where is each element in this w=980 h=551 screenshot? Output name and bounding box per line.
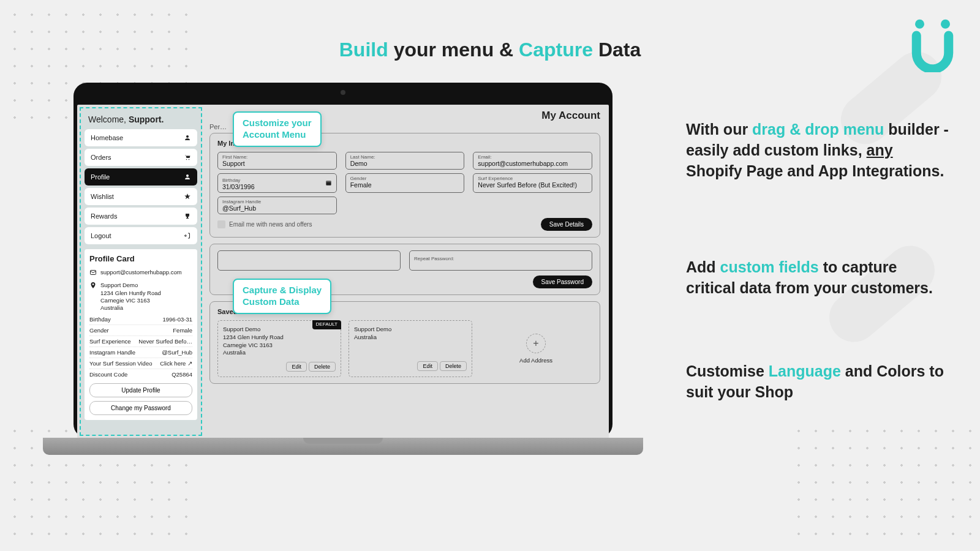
welcome-text: Welcome, Support. xyxy=(85,112,197,129)
address-card: DEFAULT Support Demo 1234 Glen Huntly Ro… xyxy=(217,320,341,377)
save-password-button[interactable]: Save Password xyxy=(533,276,592,288)
sidebar-item-homebase[interactable]: Homebase xyxy=(85,129,197,146)
user-icon xyxy=(184,134,191,141)
sidebar-item-label: Profile xyxy=(91,173,110,181)
profile-addr-line: Australia xyxy=(100,304,161,312)
change-password-button[interactable]: Change my Password xyxy=(89,401,192,415)
profile-card: Profile Card support@customerhubapp.com … xyxy=(85,249,197,420)
page-title: Build your menu & Capture Data xyxy=(0,39,980,61)
profile-email: support@customerhubapp.com xyxy=(100,269,182,276)
svg-point-3 xyxy=(186,159,187,160)
sidebar-item-label: Orders xyxy=(91,154,111,161)
repeat-password-field[interactable]: Repeat Password: xyxy=(409,250,592,271)
profile-field-row: Surf ExperienceNever Surfed Befo… xyxy=(89,336,192,347)
profile-field-row: Your Surf Session VideoClick here ↗ xyxy=(89,358,192,369)
sidebar: Welcome, Support. Homebase Orders Profil… xyxy=(80,107,202,436)
sidebar-item-label: Homebase xyxy=(91,134,123,141)
newsletter-checkbox[interactable]: Email me with news and offers xyxy=(217,220,312,228)
callout-capture-data: Capture & DisplayCustom Data xyxy=(233,279,331,314)
email-field[interactable]: Email:support@customerhubapp.com xyxy=(473,152,592,170)
save-details-button[interactable]: Save Details xyxy=(541,218,592,231)
star-icon xyxy=(184,193,191,200)
sidebar-item-rewards[interactable]: Rewards xyxy=(85,208,197,225)
svg-point-4 xyxy=(189,159,190,160)
last-name-field[interactable]: Last Name:Demo xyxy=(345,152,465,170)
trophy-icon xyxy=(184,212,191,220)
profile-field-row: Discount CodeQ25864 xyxy=(89,369,192,380)
profile-addr-line: Carnegie VIC 3163 xyxy=(100,297,161,304)
edit-address-button[interactable]: Edit xyxy=(417,361,438,371)
svg-rect-8 xyxy=(326,181,331,182)
svg-point-0 xyxy=(915,20,924,29)
mail-icon xyxy=(89,269,97,278)
sidebar-item-wishlist[interactable]: Wishlist xyxy=(85,188,197,205)
svg-point-5 xyxy=(186,174,189,177)
svg-point-1 xyxy=(941,20,950,29)
birthday-field[interactable]: Birthday31/03/1996 xyxy=(217,173,337,193)
location-icon xyxy=(89,282,97,291)
sidebar-item-logout[interactable]: Logout xyxy=(85,227,197,244)
marketing-text-1: With our drag & drop menu builder - easi… xyxy=(686,119,949,181)
marketing-text-3: Customise Language and Colors to suit yo… xyxy=(686,361,949,403)
camera-icon xyxy=(341,90,345,95)
bg-dots-bottom-right xyxy=(790,422,974,545)
gender-field[interactable]: GenderFemale xyxy=(345,173,465,193)
sidebar-item-label: Wishlist xyxy=(91,193,114,200)
main-content: My Account Per… My Information First Nam… xyxy=(205,105,609,438)
profile-field-row: Birthday1996-03-31 xyxy=(89,314,192,325)
profile-card-title: Profile Card xyxy=(89,254,192,263)
cart-icon xyxy=(184,154,191,161)
sidebar-item-profile[interactable]: Profile xyxy=(85,168,197,186)
laptop-mockup: Welcome, Support. Homebase Orders Profil… xyxy=(74,83,625,462)
instagram-field[interactable]: Instagram Handle@Surf_Hub xyxy=(217,197,337,214)
my-information-panel: My Information First Name:Support Last N… xyxy=(209,133,600,238)
default-tag: DEFAULT xyxy=(312,320,341,329)
logo-icon xyxy=(910,17,956,72)
sidebar-item-orders[interactable]: Orders xyxy=(85,149,197,166)
profile-name: Support Demo xyxy=(100,282,161,289)
sidebar-item-label: Logout xyxy=(91,232,111,239)
plus-icon: + xyxy=(526,334,546,353)
first-name-field[interactable]: First Name:Support xyxy=(217,152,337,170)
calendar-icon xyxy=(325,179,332,187)
surf-experience-field[interactable]: Surf ExperienceNever Surfed Before (But … xyxy=(473,173,592,193)
logout-icon xyxy=(184,232,191,239)
sidebar-item-label: Rewards xyxy=(91,212,117,220)
callout-customize-menu: Customize yourAccount Menu xyxy=(233,111,322,147)
add-address-button[interactable]: + Add Address xyxy=(480,320,592,377)
profile-field-row: Instagram Handle@Surf_Hub xyxy=(89,347,192,358)
edit-address-button[interactable]: Edit xyxy=(286,362,307,372)
marketing-text-2: Add custom fields to capture critical da… xyxy=(686,257,949,299)
update-profile-button[interactable]: Update Profile xyxy=(89,383,192,397)
delete-address-button[interactable]: Delete xyxy=(309,362,336,372)
password-field[interactable] xyxy=(217,250,401,271)
address-card: Support Demo Australia EditDelete xyxy=(349,320,472,377)
delete-address-button[interactable]: Delete xyxy=(440,361,467,371)
profile-addr-line: 1234 Glen Huntly Road xyxy=(100,290,161,297)
profile-field-row: GenderFemale xyxy=(89,325,192,336)
svg-point-2 xyxy=(186,135,189,138)
user-icon xyxy=(184,173,191,181)
